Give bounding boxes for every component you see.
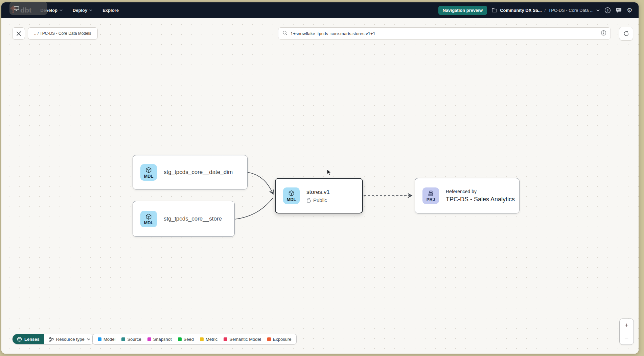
node-stg-tpcds-core-store[interactable]: MDL stg_tpcds_core__store <box>133 201 235 237</box>
breadcrumb-project[interactable]: Community DX Sa... <box>500 8 542 13</box>
model-resource-icon: MDL <box>140 164 157 181</box>
node-title: TPC-DS - Sales Analytics <box>446 196 515 203</box>
chevron-down-icon[interactable] <box>596 9 600 11</box>
model-resource-icon: MDL <box>140 211 157 227</box>
app-window: dbt Develop Deploy Explore Navigation pr… <box>1 2 639 354</box>
metric-swatch <box>200 337 204 341</box>
node-access: Public <box>306 197 330 203</box>
folder-icon <box>492 8 497 12</box>
lineage-selector-input[interactable] <box>291 31 598 36</box>
close-icon <box>16 31 21 36</box>
settings-gear-icon[interactable]: ⚙ <box>627 7 632 14</box>
lineage-scope-chip[interactable]: .. / TPC-DS - Core Data Models <box>28 27 98 40</box>
monitor-icon <box>14 6 19 11</box>
navigation-preview-badge[interactable]: Navigation preview <box>438 6 487 15</box>
model-swatch <box>98 337 101 341</box>
legend-item-seed: Seed <box>178 337 194 342</box>
snapshot-swatch <box>147 337 151 341</box>
chevron-down-icon <box>60 9 63 11</box>
refresh-icon <box>623 30 629 37</box>
zoom-in-button[interactable]: + <box>620 319 634 332</box>
legend-item-semantic-model: Semantic Model <box>224 337 261 342</box>
feedback-chat-icon[interactable] <box>616 7 622 13</box>
node-label: stg_tpcds_core__date_dim <box>164 169 233 176</box>
node-title: stores.v1 <box>306 189 330 196</box>
node-stg-tpcds-core-date-dim[interactable]: MDL stg_tpcds_core__date_dim <box>133 155 248 189</box>
resource-badge: MDL <box>286 197 296 202</box>
close-button[interactable] <box>12 27 25 40</box>
resource-type-legend: Model Source Snapshot Seed Metric Semant… <box>92 334 297 345</box>
lens-icon <box>17 337 22 342</box>
node-referenced-by-sales-analytics[interactable]: PRJ Referenced by TPC-DS - Sales Analyti… <box>415 178 520 213</box>
cube-icon <box>145 167 152 174</box>
info-icon[interactable] <box>601 30 606 37</box>
node-label: stg_tpcds_core__store <box>164 215 222 222</box>
resource-type-dropdown[interactable]: Resource type <box>44 334 95 344</box>
cube-icon <box>288 190 295 197</box>
lenses-button[interactable]: Lenses <box>13 334 44 344</box>
node-kicker: Referenced by <box>446 189 515 194</box>
top-navigation-bar: dbt Develop Deploy Explore Navigation pr… <box>1 2 639 18</box>
legend-item-source: Source <box>121 337 141 342</box>
main-menu: Develop Deploy Explore <box>40 8 119 13</box>
breadcrumb-section[interactable]: TPC-DS - Core Data ... <box>548 8 594 13</box>
lens-controls: Lenses Resource type <box>12 334 95 345</box>
resource-badge: MDL <box>144 174 153 178</box>
zoom-controls: + − <box>619 319 634 345</box>
search-icon <box>282 30 288 37</box>
chevron-down-icon <box>89 9 92 11</box>
node-stores-v1-selected[interactable]: MDL stores.v1 Public <box>275 178 363 213</box>
legend-item-model: Model <box>98 337 115 342</box>
source-swatch <box>121 337 125 341</box>
legend-item-metric: Metric <box>200 337 217 342</box>
legend-item-snapshot: Snapshot <box>147 337 172 342</box>
screen-capture-overlay <box>9 2 47 15</box>
model-resource-icon: MDL <box>283 187 300 204</box>
lineage-search-bar <box>278 27 611 40</box>
project-resource-icon: PRJ <box>422 187 439 204</box>
resource-badge: MDL <box>144 221 153 225</box>
archive-stack-icon <box>427 190 434 197</box>
refresh-button[interactable] <box>619 27 633 41</box>
breadcrumb-separator: / <box>545 8 546 13</box>
breadcrumb: Community DX Sa... / TPC-DS - Core Data … <box>492 8 600 13</box>
svg-text:?: ? <box>606 8 608 12</box>
semantic-model-swatch <box>224 337 227 341</box>
resource-badge: PRJ <box>427 197 435 202</box>
cube-icon <box>145 213 152 220</box>
seed-swatch <box>178 337 182 341</box>
resource-type-icon <box>49 337 54 342</box>
chevron-down-icon <box>87 338 90 340</box>
lock-open-icon <box>306 198 311 203</box>
legend-item-exposure: Exposure <box>267 337 292 342</box>
menu-explore[interactable]: Explore <box>102 8 119 13</box>
zoom-out-button[interactable]: − <box>620 332 634 345</box>
exposure-swatch <box>267 337 271 341</box>
help-icon[interactable]: ? <box>604 7 611 14</box>
menu-deploy[interactable]: Deploy <box>73 8 92 13</box>
